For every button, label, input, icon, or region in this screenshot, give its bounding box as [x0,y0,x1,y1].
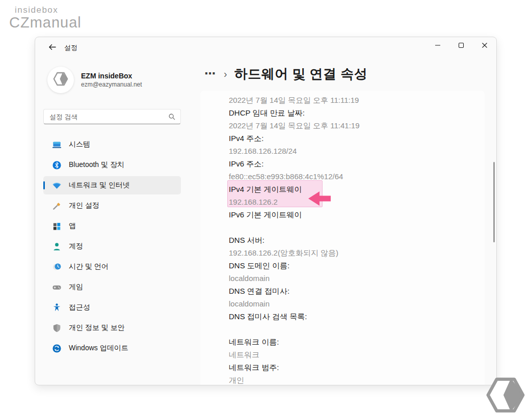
sidebar-item-label: 게임 [69,283,83,292]
sidebar-item-label: 네트워크 및 인터넷 [69,181,130,190]
detail-label: 네트워크 이름: [200,335,485,348]
sidebar-item-accessibility[interactable]: 접근성 [43,298,181,317]
detail-label: IPv6 주소: [200,157,485,170]
person-icon [52,242,62,251]
sidebar-item-system[interactable]: 시스템 [43,135,181,154]
sidebar-item-label: 계정 [69,242,83,251]
sidebar-item-label: 개인 설정 [69,201,99,210]
search-input[interactable] [44,113,168,121]
annotation-arrow [308,191,331,206]
close-icon [482,41,488,50]
profile-name: EZM insideBox [81,72,142,80]
minimize-icon [435,41,441,50]
avatar [47,67,74,93]
sidebar-item-label: 개인 정보 및 보안 [69,323,125,332]
breadcrumb-overflow-button[interactable]: ⋯ [203,68,217,79]
paintbrush-icon [52,201,62,211]
sidebar-item-windows-update[interactable]: Windows 업데이트 [43,339,181,357]
sidebar-item-label: Bluetooth 및 장치 [69,160,124,170]
search-icon [168,113,175,120]
detail-label: DHCP 임대 만료 날짜: [200,106,485,119]
detail-label: 네트워크 범주: [200,361,485,374]
sidebar-nav: 시스템Bluetooth 및 장치네트워크 및 인터넷개인 설정앱계정시간 및 … [43,135,181,359]
sidebar-item-label: 시간 및 언어 [69,262,109,271]
search-box [43,109,181,124]
minimize-button[interactable] [426,37,449,54]
selected-indicator [43,181,45,189]
detail-value: 192.168.126.2 [200,195,485,208]
detail-value: 개인 [200,374,485,385]
detail-value: fe80::ec58:e993:b868:4c1%12/64 [200,170,485,183]
back-arrow-icon [48,43,56,53]
detail-label: DNS 도메인 이름: [200,259,485,272]
site-logo: insidebox CZmanual [9,5,82,31]
row-spacer [200,323,485,335]
sidebar-item-label: Windows 업데이트 [69,344,128,353]
detail-value: 2022년 7월 14일 목요일 오후 11:41:19 [200,119,485,132]
detail-value: 네트워크 [200,348,485,361]
profile-email: ezm@eazymanual.net [81,81,142,88]
detail-value: 192.168.126.2(암호화되지 않음) [200,246,485,259]
bluetooth-icon [52,160,62,170]
sidebar-item-personalization[interactable]: 개인 설정 [43,197,181,215]
sidebar-item-accounts[interactable]: 계정 [43,237,181,256]
sidebar-item-apps[interactable]: 앱 [43,217,181,235]
detail-label: IPv4 주소: [200,132,485,145]
accessibility-icon [52,303,62,313]
detail-label: DNS 연결 접미사: [200,285,485,297]
sidebar-item-network[interactable]: 네트워크 및 인터넷 [43,176,181,194]
clock-icon [52,262,62,272]
detail-value: localdomain [200,297,485,310]
hexagon-logo-icon [53,71,68,89]
system-icon [52,140,62,150]
user-profile[interactable]: EZM insideBox ezm@eazymanual.net [47,67,142,93]
network-icon [52,181,62,190]
detail-value: localdomain [200,272,485,285]
czmanual-hexagon-logo [485,375,526,415]
shield-icon [52,323,62,333]
sidebar-item-label: 접근성 [69,303,90,312]
back-button[interactable] [44,41,60,54]
apps-icon [52,221,62,231]
gamepad-icon [52,283,62,292]
vertical-scrollbar[interactable] [493,162,495,242]
maximize-icon [458,41,464,50]
detail-label: DNS 서버: [200,234,485,246]
detail-label: DNS 접미사 검색 목록: [200,310,485,323]
detail-value: 2022년 7월 14일 목요일 오후 11:11:19 [200,94,485,106]
sidebar-item-privacy[interactable]: 개인 정보 및 보안 [43,319,181,337]
detail-rows: 2022년 7월 14일 목요일 오후 11:11:19DHCP 임대 만료 날… [200,94,485,385]
sync-icon [52,344,62,353]
page-title: 하드웨어 및 연결 속성 [234,65,368,83]
sidebar-item-label: 시스템 [69,140,90,149]
site-logo-line2: CZmanual [9,14,82,31]
detail-value: 192.168.126.128/24 [200,145,485,157]
detail-label: IPv4 기본 게이트웨이 [200,183,485,195]
titlebar: 설정 [35,37,496,58]
settings-window: 설정 EZM insideBox ezm@eazymanual.net 시스템B… [35,37,497,385]
breadcrumb: ⋯ › 하드웨어 및 연결 속성 [203,65,367,83]
close-button[interactable] [473,37,496,54]
sidebar-item-gaming[interactable]: 게임 [43,278,181,296]
window-title: 설정 [64,43,77,52]
maximize-button[interactable] [449,37,473,54]
sidebar-item-time-language[interactable]: 시간 및 언어 [43,258,181,276]
window-controls [426,37,496,54]
sidebar-item-label: 앱 [69,221,76,231]
chevron-right-icon: › [224,69,227,79]
sidebar-item-bluetooth[interactable]: Bluetooth 및 장치 [43,156,181,174]
site-logo-line1: insidebox [15,5,82,15]
detail-label: IPv6 기본 게이트웨이 [200,208,485,221]
row-spacer [200,221,485,234]
content-panel: 2022년 7월 14일 목요일 오후 11:11:19DHCP 임대 만료 날… [200,91,485,385]
